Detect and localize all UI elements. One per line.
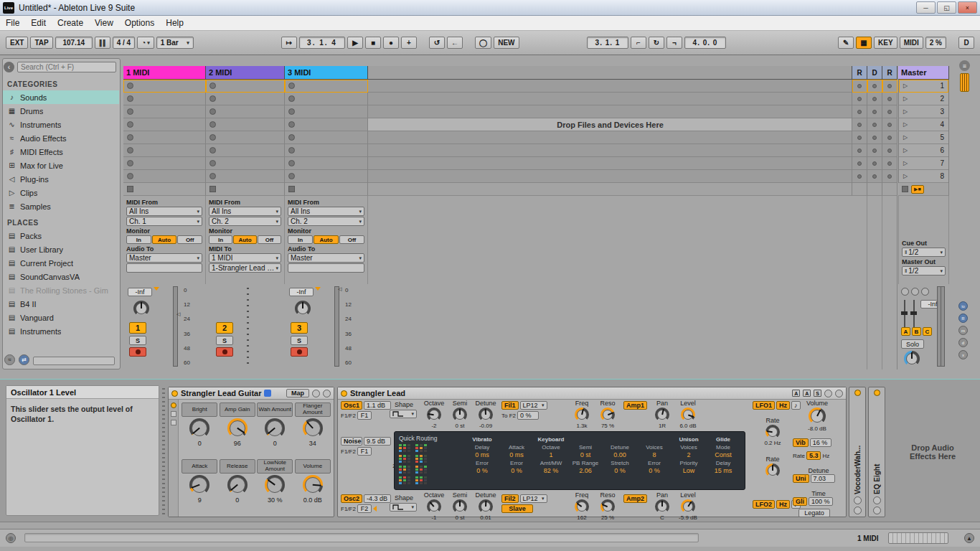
output-channel-select[interactable] [126, 263, 202, 273]
preview-toggle[interactable]: ≈ [4, 354, 15, 365]
punch-in-button[interactable]: ⌐ [631, 37, 646, 49]
volume-handle-icon[interactable] [154, 287, 159, 291]
arm-button[interactable] [291, 347, 308, 357]
tempo-display[interactable]: 107.14 [55, 37, 93, 49]
cue-volume-knob[interactable] [904, 351, 920, 367]
noise-level[interactable]: 9.5 dB [364, 437, 391, 446]
output-select[interactable]: 1 MIDI▾ [209, 253, 281, 263]
show-macros-button[interactable] [171, 420, 176, 425]
macro-knob[interactable] [303, 418, 323, 438]
menu-item[interactable]: Help [160, 16, 189, 30]
clip-slot[interactable] [285, 144, 368, 157]
monitor-off-button[interactable]: Off [177, 235, 202, 244]
osc2-route-select[interactable]: F2 [357, 504, 372, 513]
device-on-button[interactable] [341, 390, 347, 397]
return-clip-slot[interactable] [852, 157, 867, 170]
macro-knob[interactable] [227, 418, 248, 438]
browser-category-item[interactable]: ≣ Samples [3, 199, 119, 213]
follow-button[interactable]: ↦ [281, 37, 297, 49]
browser-category-item[interactable]: ♯ MIDI Effects [3, 145, 119, 159]
close-button[interactable]: × [958, 1, 977, 14]
param-value[interactable]: 0 % [649, 467, 660, 475]
output-device-select[interactable]: 1-Strangler Lead Guit▾ [209, 263, 281, 273]
collapsed-device-vocoderwah[interactable]: VocoderWah... [849, 387, 866, 517]
level-knob[interactable] [681, 499, 695, 514]
master-out-select[interactable]: ‖1/2▾ [902, 266, 946, 276]
loop-length-display[interactable]: 4. 0. 0 [684, 37, 726, 49]
stop-clip-button[interactable] [127, 186, 133, 192]
key-map-button[interactable]: KEY [874, 37, 897, 49]
clip-slot[interactable] [123, 80, 206, 93]
param-value[interactable]: 0.00 [613, 451, 626, 459]
display-param-column[interactable]: Keyboard Octave 1 Amt/MW 82 % [534, 436, 568, 486]
monitor-auto-button[interactable]: Auto [314, 235, 339, 244]
clip-slot[interactable] [123, 170, 206, 183]
freq-knob[interactable] [575, 408, 589, 422]
clip-slot[interactable] [206, 93, 285, 105]
param-value[interactable]: 0 ms [475, 451, 489, 459]
solo-button[interactable]: S [291, 336, 308, 345]
stop-clip-button[interactable] [902, 186, 908, 192]
uni-toggle[interactable]: Uni [793, 474, 809, 483]
pan-knob[interactable] [295, 301, 311, 316]
gli-value[interactable]: 100 % [809, 497, 833, 506]
fil1-type-select[interactable]: LP12▾ [520, 401, 547, 410]
clip-stop-row[interactable] [285, 183, 368, 196]
master-solo-button[interactable]: Solo [901, 339, 924, 349]
fil2-toggle[interactable]: Fil2 [501, 494, 519, 503]
param-value[interactable]: 2 [687, 451, 690, 459]
cue-out-select[interactable]: ‖1/2▾ [902, 248, 946, 257]
mixer-section-toggle[interactable]: io [958, 301, 968, 311]
menu-item[interactable]: Create [52, 16, 89, 30]
return-clip-slot[interactable] [867, 80, 882, 93]
session-record-button[interactable]: ◯ [475, 37, 491, 49]
return-clip-slot[interactable] [867, 93, 882, 105]
macro-knob[interactable] [265, 475, 285, 495]
return-track-header-b[interactable]: D [867, 66, 882, 80]
clip-slot[interactable] [123, 118, 206, 131]
output-select[interactable]: Master▾ [126, 253, 202, 263]
browser-place-item[interactable]: ▤ User Library [3, 242, 119, 256]
param-value[interactable]: Low [683, 467, 695, 475]
play-button[interactable]: ▶ [347, 37, 363, 49]
ext-sync-button[interactable]: EXT [6, 37, 28, 49]
save-preset-icon[interactable] [854, 507, 862, 514]
osc1-toggle[interactable]: Osc1 [341, 401, 362, 410]
save-preset-icon[interactable] [873, 507, 881, 514]
output-select[interactable]: Master▾ [288, 253, 364, 263]
monitor-auto-button[interactable]: Auto [233, 235, 257, 244]
clip-slot[interactable] [285, 157, 368, 170]
scene-row[interactable]: ▷ 5 [899, 131, 948, 144]
volume-knob[interactable] [809, 408, 826, 425]
osc1-level[interactable]: 1.1 dB [364, 401, 391, 410]
macro-knob[interactable] [189, 475, 209, 495]
pan-knob[interactable] [655, 408, 669, 422]
quick-routing-presets[interactable] [399, 444, 430, 484]
return-clip-slot[interactable] [852, 131, 867, 144]
menu-item[interactable]: View [89, 16, 119, 30]
display-param-column[interactable]: Semi 0 st PB Range 2.06 [568, 436, 603, 486]
scene-play-icon[interactable]: ▷ [903, 173, 908, 179]
track-header-2-midi[interactable]: 2 MIDI [206, 66, 285, 80]
output-channel-select[interactable] [288, 263, 364, 273]
clip-slot[interactable] [285, 131, 368, 144]
return-clip-slot[interactable] [852, 118, 867, 131]
back-to-arrangement-button[interactable]: ← [447, 37, 463, 49]
display-param-column[interactable]: Voices 8 Error 0 % [637, 436, 672, 486]
midi-channel-select[interactable]: Ch. 1▾ [126, 217, 202, 226]
return-clip-slot[interactable] [882, 80, 897, 93]
track-activator-3[interactable]: 3 [291, 322, 308, 334]
master-knob-slot[interactable] [911, 288, 919, 296]
display-param-column[interactable]: Vibrato Delay 0 ms Error 0 % [465, 436, 499, 486]
hot-swap-icon[interactable] [824, 390, 832, 397]
clip-slot[interactable] [206, 170, 285, 183]
display-param-column[interactable]: Attack 0 ms Error 0 % [499, 436, 534, 486]
chain-on-led[interactable] [171, 402, 176, 408]
mixer-section-toggle[interactable]: R [958, 314, 968, 323]
return-clip-slot[interactable] [882, 105, 897, 118]
stop-clip-button[interactable] [209, 186, 216, 192]
macro-knob[interactable] [303, 475, 323, 495]
preview-scrub-bar[interactable] [33, 357, 115, 365]
param-value[interactable]: 15 ms [715, 467, 732, 475]
hot-swap-toggle[interactable]: ⇄ [19, 354, 29, 365]
